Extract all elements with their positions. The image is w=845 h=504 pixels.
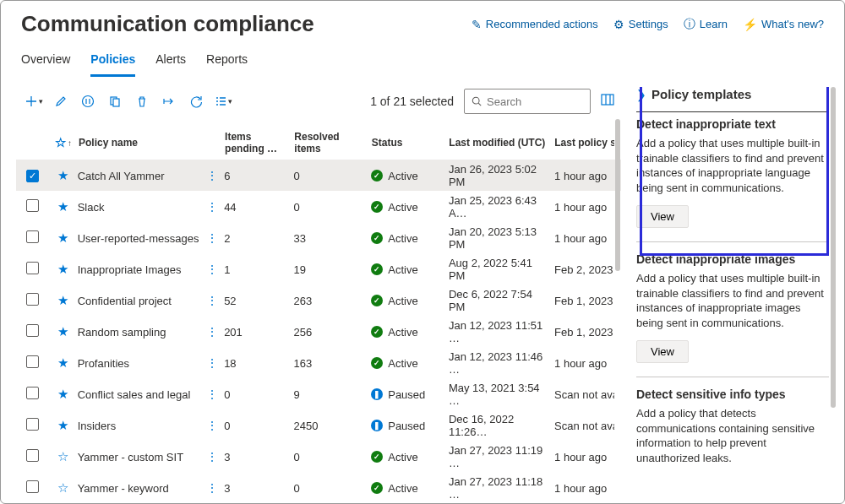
table-row[interactable]: ★Inappropriate Images⋮119✓ActiveAug 2, 2…: [16, 253, 621, 285]
row-menu-button[interactable]: ⋮: [205, 263, 217, 276]
row-checkbox[interactable]: [26, 418, 39, 431]
row-checkbox[interactable]: [26, 480, 39, 493]
last-scan: Feb 1, 2023: [551, 295, 614, 307]
table-row[interactable]: ★Confidential project⋮52263✓ActiveDec 6,…: [16, 285, 621, 316]
favorite-star[interactable]: ★: [57, 418, 68, 432]
favorite-star[interactable]: ★: [57, 230, 68, 245]
row-checkbox[interactable]: [26, 199, 39, 212]
row-menu-button[interactable]: ⋮: [205, 325, 217, 339]
page-title: Communication compliance: [21, 11, 314, 37]
favorite-star[interactable]: ☆: [57, 480, 68, 495]
group-button[interactable]: ▾: [212, 91, 234, 111]
table-row[interactable]: ★Slack⋮440✓ActiveJan 25, 2023 6:43 A…1 h…: [16, 191, 621, 222]
row-menu-button[interactable]: ⋮: [205, 387, 217, 401]
row-checkbox[interactable]: [26, 170, 39, 182]
status-dot-icon: ❚: [371, 420, 383, 431]
col-policy-name[interactable]: Policy name: [75, 137, 221, 149]
delete-button[interactable]: [131, 91, 153, 111]
recommended-actions-link[interactable]: ✎Recommended actions: [472, 18, 598, 31]
row-checkbox[interactable]: [26, 230, 39, 243]
search-box[interactable]: [464, 89, 591, 114]
favorite-star[interactable]: ★: [57, 355, 68, 370]
col-items-pending[interactable]: Items pending …: [221, 131, 291, 154]
col-status[interactable]: Status: [368, 137, 446, 149]
col-last-scan[interactable]: Last policy s: [551, 137, 614, 149]
side-panel-header[interactable]: ❯ Policy templates: [636, 87, 829, 106]
table-row[interactable]: ★Catch All Yammer⋮60✓ActiveJan 26, 2023 …: [16, 160, 621, 191]
row-menu-button[interactable]: ⋮: [205, 481, 217, 495]
last-modified: Jan 12, 2023 11:46 …: [445, 350, 551, 376]
items-pending: 2: [221, 232, 290, 245]
table-row[interactable]: ★User-reported-messages⋮233✓ActiveJan 20…: [16, 222, 621, 253]
row-checkbox[interactable]: [26, 293, 39, 306]
resolved-items: 163: [291, 357, 368, 370]
items-pending: 1: [221, 263, 290, 276]
favorite-star[interactable]: ★: [57, 262, 68, 276]
last-scan: 1 hour ago: [551, 482, 614, 495]
copy-button[interactable]: [104, 91, 126, 111]
pause-button[interactable]: [77, 91, 99, 111]
table-row[interactable]: ☆Yammer - keyword⋮30✓ActiveJan 27, 2023 …: [16, 472, 621, 503]
row-checkbox[interactable]: [26, 387, 39, 399]
tab-alerts[interactable]: Alerts: [155, 47, 186, 77]
gear-icon: ⚙: [613, 18, 624, 31]
favorite-star[interactable]: ☆: [57, 449, 68, 463]
table-row[interactable]: ★Insiders⋮02450❚PausedDec 16, 2022 11:26…: [16, 409, 621, 441]
side-scrollbar[interactable]: [831, 87, 836, 408]
row-menu-button[interactable]: ⋮: [205, 231, 217, 245]
last-scan: 1 hour ago: [551, 232, 614, 245]
edit-button[interactable]: [50, 91, 72, 111]
favorite-star[interactable]: ★: [57, 168, 68, 182]
table-row[interactable]: ★Random sampling⋮201256✓ActiveJan 12, 20…: [16, 316, 621, 347]
table-row[interactable]: ☆Yammer - custom SIT⋮30✓ActiveJan 27, 20…: [16, 441, 621, 472]
col-resolved-items[interactable]: Resolved items: [291, 131, 368, 154]
add-button[interactable]: ▾: [23, 91, 45, 111]
policy-name: Yammer - custom SIT: [78, 451, 183, 463]
last-scan: Scan not ava: [551, 420, 614, 432]
row-menu-button[interactable]: ⋮: [205, 200, 217, 214]
tab-policies[interactable]: Policies: [90, 47, 135, 77]
row-menu-button[interactable]: ⋮: [205, 294, 217, 307]
table-row[interactable]: ★Profanities⋮18163✓ActiveJan 12, 2023 11…: [16, 347, 621, 378]
export-button[interactable]: [158, 91, 180, 111]
svg-rect-2: [113, 99, 119, 106]
tab-overview[interactable]: Overview: [21, 47, 70, 77]
settings-link[interactable]: ⚙Settings: [613, 18, 668, 31]
favorite-star[interactable]: ★: [57, 293, 68, 307]
row-menu-button[interactable]: ⋮: [205, 356, 217, 370]
policy-name: Yammer - keyword: [78, 482, 169, 495]
template-title: Detect inappropriate images: [636, 252, 829, 266]
last-scan: Feb 1, 2023 1: [551, 326, 614, 339]
policy-name: Random sampling: [78, 326, 166, 339]
favorite-star[interactable]: ★: [57, 324, 68, 339]
row-menu-button[interactable]: ⋮: [205, 419, 217, 432]
side-panel: ❯ Policy templates Detect inappropriate …: [621, 77, 837, 498]
row-checkbox[interactable]: [26, 262, 39, 274]
favorite-star[interactable]: ★: [57, 387, 68, 401]
tab-reports[interactable]: Reports: [206, 47, 248, 77]
column-options-button[interactable]: [601, 94, 614, 109]
col-favorite[interactable]: ☆↑: [52, 135, 75, 150]
col-last-modified[interactable]: Last modified (UTC): [445, 137, 551, 149]
main-scrollbar[interactable]: [614, 119, 621, 498]
refresh-button[interactable]: [185, 91, 207, 111]
status-badge: ✓Active: [371, 201, 442, 214]
row-checkbox[interactable]: [26, 355, 39, 368]
status-dot-icon: ✓: [371, 170, 383, 182]
template-title: Detect sensitive info types: [636, 387, 829, 401]
status-dot-icon: ❚: [371, 388, 383, 400]
view-button[interactable]: View: [636, 205, 689, 228]
search-input[interactable]: [487, 95, 583, 108]
whats-new-link[interactable]: ⚡What's new?: [743, 18, 824, 31]
learn-link[interactable]: ⓘLearn: [684, 17, 728, 32]
row-checkbox[interactable]: [26, 449, 39, 462]
toolbar: ▾ ▾ 1 of 21 selected: [16, 77, 621, 126]
row-menu-button[interactable]: ⋮: [205, 169, 217, 182]
table-row[interactable]: ★Conflict sales and legal⋮09❚PausedMay 1…: [16, 378, 621, 409]
row-menu-button[interactable]: ⋮: [205, 450, 217, 463]
row-checkbox[interactable]: [26, 324, 39, 337]
view-button[interactable]: View: [636, 340, 689, 363]
table-body: ★Catch All Yammer⋮60✓ActiveJan 26, 2023 …: [16, 160, 621, 503]
favorite-star[interactable]: ★: [57, 199, 68, 214]
last-modified: Jan 25, 2023 6:43 A…: [445, 194, 551, 219]
